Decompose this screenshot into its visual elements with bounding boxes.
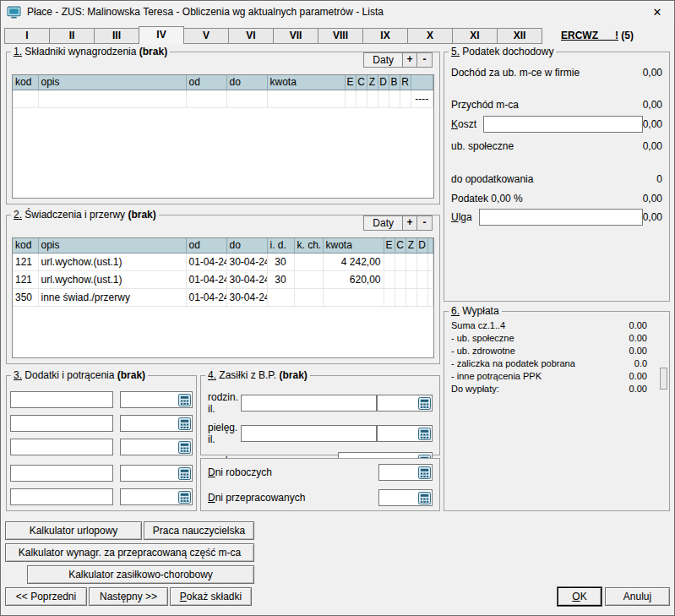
skladniki-header-row: kod opis od do kwota E C Z D B R	[13, 75, 433, 90]
cell	[294, 253, 323, 270]
dni-rows: Dni roboczych Dni przepracowanych	[201, 459, 439, 506]
dodatki-input-4[interactable]	[10, 465, 113, 482]
calculator-icon	[178, 394, 191, 406]
calculator-button[interactable]	[177, 393, 191, 406]
calculator-button[interactable]	[417, 427, 431, 440]
dodatki-input-5[interactable]	[10, 488, 113, 505]
cell: 01-04-24	[186, 288, 226, 306]
section4-title: 4. Zasiłki z B.P.	[208, 369, 276, 381]
tab-xii[interactable]: XII	[497, 28, 542, 44]
col-c: C	[356, 75, 367, 90]
cell: 620,00	[323, 270, 384, 288]
podatek-rows: Dochód za ub. m-ce w firmie0,00 Przychód…	[444, 57, 669, 226]
section-podatek-dochodowy: 5. Podatek dochodowy Dochód za ub. m-ce …	[444, 46, 670, 302]
ok-button[interactable]: OK	[558, 587, 602, 606]
zasilki-rows: rodzin. il. pielęg. il. wychow.	[201, 381, 439, 469]
praca-nauczycielska-button[interactable]: Praca nauczycielska	[144, 521, 254, 540]
cell: 30	[267, 270, 294, 288]
koszt-input[interactable]	[483, 116, 643, 133]
table-row[interactable]: 350 inne świad./przerwy 01-04-24 30-04-2…	[13, 288, 433, 306]
status-cell	[395, 288, 406, 306]
col-opis: opis	[38, 238, 186, 253]
nastepny-button[interactable]: Następny >>	[89, 587, 168, 606]
kalkulator-wynagr-button[interactable]: Kalkulator wynagr. za przepracowaną częś…	[5, 543, 254, 562]
daty-minus-button[interactable]: -	[417, 53, 432, 67]
anuluj-button[interactable]: Anuluj	[605, 587, 670, 606]
table-row[interactable]: ----	[13, 90, 433, 107]
tab-xi[interactable]: XI	[452, 28, 498, 44]
filler-header	[411, 75, 433, 90]
col-kod: kod	[13, 238, 38, 253]
cell	[186, 90, 226, 107]
kalkulator-urlopowy-button[interactable]: Kalkulator urlopowy	[5, 521, 142, 540]
close-icon[interactable]: ✕	[642, 2, 672, 22]
tab-iv[interactable]: IV	[139, 26, 184, 44]
section-zasilki-z-bp: 4. Zasiłki z B.P. (brak) rodzin. il. pie…	[200, 369, 440, 455]
daty-minus-button[interactable]: -	[417, 216, 432, 230]
ulga-label: Ulga	[451, 211, 472, 223]
do-opodatkowania-label: do opodatkowania	[451, 173, 533, 185]
calculator-button[interactable]	[417, 466, 431, 479]
calculator-button[interactable]	[177, 417, 191, 430]
calculator-button[interactable]	[417, 396, 431, 410]
daty-control-2: Daty + -	[363, 215, 433, 231]
mini-scrollbar[interactable]	[660, 368, 667, 390]
calculator-button[interactable]	[417, 491, 431, 504]
do-wyplaty-value: 0.00	[629, 384, 664, 394]
rodzin-il-input[interactable]	[241, 395, 377, 412]
status-cell	[416, 288, 427, 306]
cell	[38, 90, 186, 107]
pokaz-skladki-button[interactable]: Pokaż składki	[170, 587, 252, 606]
section5-title: 5. Podatek dochodowy	[451, 46, 553, 57]
section-wyplata: 6. Wypłata Suma cz.1..40.00 - ub. społec…	[444, 305, 670, 511]
flags-indicator: ERCWZ___! (5)	[561, 28, 634, 44]
podatek-label: Podatek 0,00 %	[451, 193, 523, 204]
poprzedni-button[interactable]: << Poprzedni	[5, 587, 87, 606]
col-id: i. d.	[267, 238, 294, 253]
dodatki-input-3[interactable]	[10, 439, 113, 455]
koszt-label: Koszt	[451, 118, 476, 130]
cell	[378, 90, 389, 107]
tab-x[interactable]: X	[407, 28, 453, 44]
section4-brak: (brak)	[280, 369, 308, 381]
table-row[interactable]: 121 url.wychow.(ust.1) 01-04-24 30-04-24…	[13, 270, 433, 288]
tab-vi[interactable]: VI	[228, 28, 274, 44]
col-c: C	[395, 238, 406, 253]
dodatki-input-2[interactable]	[10, 415, 113, 432]
tab-ix[interactable]: IX	[362, 28, 408, 44]
ulga-input[interactable]	[479, 209, 643, 226]
cell	[427, 253, 433, 270]
tab-ii[interactable]: II	[49, 28, 95, 44]
status-cell	[406, 288, 416, 306]
w-ub-zdrowotne-label: - ub. zdrowotne	[451, 346, 515, 356]
filler-header	[427, 238, 433, 253]
tab-vii[interactable]: VII	[273, 28, 318, 44]
table-row[interactable]: 121 url.wychow.(ust.1) 01-04-24 30-04-24…	[13, 253, 433, 270]
dodatki-rows	[7, 381, 196, 505]
tab-iii[interactable]: III	[94, 28, 139, 44]
tab-i[interactable]: I	[4, 28, 50, 44]
cell	[367, 90, 378, 107]
tab-v[interactable]: V	[183, 28, 229, 44]
dodatki-input-1[interactable]	[10, 391, 113, 408]
daty-plus-button[interactable]: +	[403, 53, 417, 67]
calculator-icon	[418, 492, 431, 504]
cell: 4 242,00	[323, 253, 384, 270]
col-kwota: kwota	[323, 238, 384, 253]
cell	[356, 90, 367, 107]
suma-value: 0.00	[629, 320, 664, 330]
status-cell	[395, 253, 406, 270]
cell	[267, 90, 345, 107]
titlebar[interactable]: Płace - ZUS: Malinowska Teresa - Oblicze…	[1, 1, 674, 23]
col-opis: opis	[38, 75, 186, 90]
calculator-button[interactable]	[177, 440, 191, 454]
calculator-button[interactable]	[177, 466, 191, 480]
w-ub-zdrowotne-value: 0.00	[629, 346, 664, 356]
section3-title: 3. Dodatki i potrącenia	[14, 369, 114, 381]
kalkulator-zasilkowy-button[interactable]: Kalkulator zasiłkowo-chorobowy	[27, 565, 254, 584]
col-z: Z	[406, 238, 416, 253]
tab-viii[interactable]: VIII	[318, 28, 363, 44]
daty-plus-button[interactable]: +	[403, 216, 417, 230]
pieleg-il-input[interactable]	[241, 425, 377, 442]
calculator-button[interactable]	[177, 490, 191, 504]
